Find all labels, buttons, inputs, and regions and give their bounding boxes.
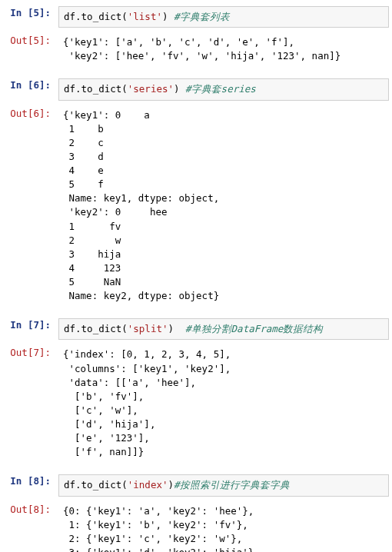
notebook-cell: In [5]:df.to_dict('list') #字典套列表Out[5]:{… (3, 6, 389, 65)
out-prompt: Out[7]: (3, 346, 58, 360)
out-prompt: Out[6]: (3, 107, 58, 121)
out-prompt: Out[8]: (3, 503, 58, 517)
code-string: 'list' (128, 11, 162, 22)
code-text: ) (168, 479, 174, 490)
output-text: {'index': [0, 1, 2, 3, 4, 5], 'columns':… (58, 346, 389, 461)
notebook-cell: In [7]:df.to_dict('split') #单独分割DataFram… (3, 318, 389, 461)
code-input[interactable]: df.to_dict('series') #字典套series (58, 78, 389, 100)
notebook-cell: In [6]:df.to_dict('series') #字典套seriesOu… (3, 78, 389, 304)
output-text: {0: {'key1': 'a', 'key2': 'hee'}, 1: {'k… (58, 503, 389, 553)
code-comment: #单独分割DataFrame数据结构 (185, 323, 323, 334)
code-text: df.to_dict( (64, 323, 128, 334)
code-comment: #字典套series (185, 83, 256, 95)
notebook-cell: In [8]:df.to_dict('index')#按照索引进行字典套字典Ou… (3, 474, 389, 552)
code-comment: #字典套列表 (174, 11, 230, 22)
code-text: ) (162, 11, 174, 22)
code-text: ) (168, 323, 185, 334)
code-input[interactable]: df.to_dict('list') #字典套列表 (58, 6, 389, 28)
in-prompt: In [8]: (3, 474, 58, 488)
in-prompt: In [6]: (3, 78, 58, 92)
code-input[interactable]: df.to_dict('index')#按照索引进行字典套字典 (58, 474, 389, 496)
code-text: df.to_dict( (64, 83, 128, 95)
output-text: {'key1': 0 a 1 b 2 c 3 d 4 e 5 f Name: k… (58, 107, 389, 305)
out-prompt: Out[5]: (3, 34, 58, 48)
code-input[interactable]: df.to_dict('split') #单独分割DataFrame数据结构 (58, 318, 389, 340)
code-text: ) (174, 83, 185, 95)
in-prompt: In [7]: (3, 318, 58, 332)
code-text: df.to_dict( (64, 11, 128, 22)
code-string: 'index' (128, 479, 168, 490)
code-comment: #按照索引进行字典套字典 (174, 479, 290, 490)
code-string: 'split' (128, 323, 168, 334)
code-string: 'series' (128, 83, 174, 95)
output-text: {'key1': ['a', 'b', 'c', 'd', 'e', 'f'],… (58, 34, 389, 65)
code-text: df.to_dict( (64, 479, 128, 490)
in-prompt: In [5]: (3, 6, 58, 20)
